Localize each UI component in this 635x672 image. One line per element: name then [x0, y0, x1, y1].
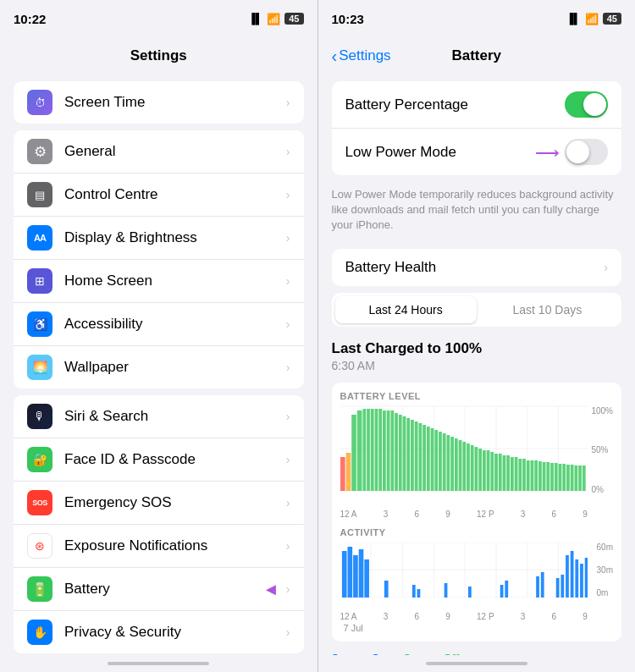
svg-rect-56 — [526, 460, 529, 491]
svg-rect-15 — [362, 409, 366, 491]
faceid-chevron: › — [286, 453, 290, 466]
sos-chevron: › — [286, 496, 290, 510]
svg-rect-30 — [422, 425, 426, 491]
svg-rect-18 — [374, 409, 378, 491]
settings-row-accessibility[interactable]: ♿ Accessibility › — [14, 303, 304, 346]
home-screen-icon: ⊞ — [27, 268, 52, 294]
svg-rect-43 — [474, 447, 478, 491]
charged-time: 6:30 AM — [332, 359, 622, 372]
svg-rect-98 — [570, 551, 573, 598]
screen-time-label: Screen Time — [64, 94, 286, 111]
display-label: Display & Brightness — [64, 229, 286, 246]
battery-health-label: Battery Health — [345, 259, 605, 276]
svg-rect-13 — [356, 410, 362, 491]
svg-rect-90 — [467, 587, 471, 598]
settings-row-screen-time[interactable]: ⏱ Screen Time › — [14, 81, 304, 124]
general-icon: ⚙ — [27, 139, 52, 164]
privacy-icon: ✋ — [27, 620, 52, 645]
settings-row-control-centre[interactable]: ▤ Control Centre › — [14, 174, 304, 217]
battery-level-svg: ⚡ — [340, 406, 588, 491]
svg-rect-50 — [502, 455, 505, 491]
svg-rect-36 — [446, 435, 450, 491]
exposure-label: Exposure Notifications — [64, 537, 286, 554]
settings-row-faceid[interactable]: 🔐 Face ID & Passcode › — [14, 438, 304, 482]
exposure-icon: ⊛ — [27, 533, 52, 559]
svg-rect-64 — [558, 464, 561, 491]
svg-rect-70 — [582, 465, 585, 491]
svg-rect-66 — [566, 465, 570, 491]
svg-rect-12 — [351, 415, 356, 491]
settings-row-wallpaper[interactable]: 🌅 Wallpaper › — [14, 346, 304, 388]
low-power-mode-label: Low Power Mode — [345, 144, 536, 161]
general-label: General — [64, 143, 286, 160]
left-status-icons: ▐▌ 📶 45 — [248, 13, 303, 25]
exposure-chevron: › — [286, 539, 290, 553]
svg-rect-81 — [341, 551, 346, 598]
battery-percentage-toggle[interactable] — [565, 91, 608, 118]
settings-row-sos[interactable]: SOS Emergency SOS › — [14, 482, 304, 525]
svg-rect-26 — [406, 418, 410, 491]
settings-list: ⏱ Screen Time › ⚙ General › ▤ Control Ce… — [0, 74, 318, 655]
top-group: ⏱ Screen Time › — [14, 81, 304, 124]
battery-chart-section: BATTERY LEVEL — [332, 383, 622, 642]
charged-info: Last Charged to 100% 6:30 AM — [318, 333, 636, 376]
y-label-0: 0% — [591, 485, 613, 494]
svg-rect-38 — [454, 438, 457, 491]
back-label: Settings — [339, 47, 390, 64]
svg-rect-61 — [546, 462, 549, 491]
svg-rect-17 — [370, 409, 373, 491]
y-label-50: 50% — [591, 445, 613, 454]
svg-rect-24 — [398, 415, 401, 491]
settings-row-siri[interactable]: 🎙 Siri & Search › — [14, 395, 304, 438]
svg-rect-22 — [390, 410, 394, 491]
tab-last-24-hours[interactable]: Last 24 Hours — [335, 296, 477, 323]
svg-rect-92 — [505, 581, 508, 598]
svg-rect-35 — [442, 433, 445, 491]
right-nav-header: ‹ Settings Battery — [318, 37, 636, 74]
svg-rect-58 — [534, 460, 538, 491]
svg-rect-68 — [574, 465, 577, 491]
settings-row-general[interactable]: ⚙ General › — [14, 130, 304, 174]
svg-rect-42 — [470, 445, 473, 491]
display-chevron: › — [286, 231, 290, 245]
svg-rect-21 — [386, 410, 389, 491]
battery-health-row[interactable]: Battery Health › — [332, 249, 622, 286]
charged-title: Last Charged to 100% — [332, 340, 622, 357]
svg-rect-31 — [426, 427, 429, 491]
left-battery-badge: 45 — [284, 13, 303, 25]
battery-percentage-thumb — [583, 93, 606, 116]
wifi-icon: 📶 — [267, 13, 280, 25]
svg-rect-28 — [414, 421, 417, 491]
privacy-label: Privacy & Security — [64, 624, 286, 641]
svg-rect-88 — [417, 589, 420, 598]
right-battery-badge: 45 — [603, 13, 621, 25]
screen-stats: Screen On 9h Screen Off 16m — [318, 648, 636, 655]
tab-last-10-days[interactable]: Last 10 Days — [477, 296, 618, 323]
svg-rect-27 — [411, 420, 414, 491]
settings-row-home-screen[interactable]: ⊞ Home Screen › — [14, 260, 304, 303]
right-nav-title: Battery — [451, 47, 501, 64]
svg-rect-52 — [510, 457, 513, 491]
svg-rect-55 — [522, 459, 526, 491]
right-content: Battery Percentage Low Power Mode ⟶ Low … — [318, 74, 636, 655]
svg-rect-84 — [358, 549, 363, 598]
signal-icon: ▐▌ — [248, 13, 262, 25]
svg-rect-51 — [506, 455, 510, 491]
settings-row-exposure[interactable]: ⊛ Exposure Notifications › — [14, 525, 304, 568]
battery-percentage-label: Battery Percentage — [345, 96, 566, 113]
svg-rect-87 — [411, 585, 415, 598]
svg-rect-67 — [570, 465, 573, 491]
svg-text:⚡: ⚡ — [344, 479, 352, 487]
settings-row-display[interactable]: AA Display & Brightness › — [14, 217, 304, 260]
left-nav-title: Settings — [130, 47, 187, 64]
wallpaper-label: Wallpaper — [64, 359, 286, 376]
svg-rect-62 — [550, 463, 554, 491]
svg-rect-44 — [478, 449, 482, 491]
svg-rect-54 — [518, 459, 522, 491]
settings-row-battery[interactable]: 🔋 Battery ◄ › — [14, 568, 304, 611]
back-button[interactable]: ‹ Settings — [332, 47, 391, 66]
svg-rect-82 — [347, 547, 352, 598]
low-power-mode-toggle[interactable] — [565, 139, 608, 165]
settings-row-privacy[interactable]: ✋ Privacy & Security › — [14, 611, 304, 653]
svg-rect-46 — [486, 450, 489, 491]
